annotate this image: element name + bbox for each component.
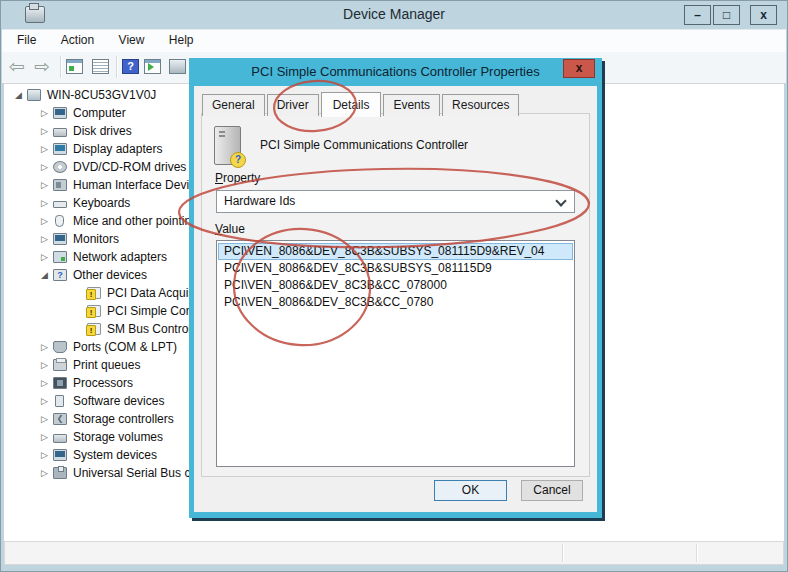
tree-item-label: Monitors	[73, 232, 119, 246]
toolbar-separator	[116, 56, 118, 78]
disk-drive-icon	[53, 128, 67, 137]
tree-item-label: Disk drives	[73, 124, 132, 138]
property-dropdown-value: Hardware Ids	[224, 194, 295, 208]
network-adapter-icon	[53, 251, 67, 263]
value-listbox[interactable]: PCI\VEN_8086&DEV_8C3B&SUBSYS_081115D9&RE…	[216, 240, 575, 467]
expander-icon[interactable]: ▷	[38, 396, 51, 406]
tree-item-label: Universal Serial Bus co	[73, 466, 197, 480]
tree-item-label: Display adapters	[73, 142, 162, 156]
expander-icon[interactable]: ▷	[38, 342, 51, 352]
storage-controller-icon: ❮	[53, 413, 67, 425]
ok-button[interactable]: OK	[434, 480, 507, 501]
tree-item-label: Computer	[73, 106, 126, 120]
close-button[interactable]: x	[750, 5, 777, 25]
value-item[interactable]: PCI\VEN_8086&DEV_8C3B&CC_078000	[218, 277, 573, 294]
system-device-icon	[53, 449, 67, 461]
expander-icon[interactable]: ▷	[38, 450, 51, 460]
expander-icon[interactable]: ▷	[38, 414, 51, 424]
expander-icon[interactable]: ▷	[38, 144, 51, 154]
expander-icon[interactable]: ▷	[38, 198, 51, 208]
maximize-button[interactable]: □	[713, 5, 740, 25]
tree-item-label: Keyboards	[73, 196, 130, 210]
value-item[interactable]: PCI\VEN_8086&DEV_8C3B&SUBSYS_081115D9	[218, 260, 573, 277]
device-manager-window: Device Manager – □ x File Action View He…	[0, 0, 788, 572]
device-name: PCI Simple Communications Controller	[260, 138, 468, 152]
usb-icon	[53, 467, 67, 479]
menu-action[interactable]: Action	[61, 33, 94, 47]
tree-item-label: Ports (COM & LPT)	[73, 340, 177, 354]
value-item[interactable]: PCI\VEN_8086&DEV_8C3B&SUBSYS_081115D9&RE…	[218, 243, 573, 260]
tree-item-label: Print queues	[73, 358, 140, 372]
tree-item-label: Software devices	[73, 394, 164, 408]
menu-help[interactable]: Help	[169, 33, 194, 47]
tab-events[interactable]: Events	[383, 94, 440, 116]
help-icon[interactable]: ?	[122, 59, 139, 74]
expander-icon[interactable]: ◢	[38, 270, 51, 280]
warning-device-icon	[87, 287, 101, 299]
tab-resources[interactable]: Resources	[442, 94, 519, 116]
tree-item-label: Storage controllers	[73, 412, 174, 426]
expander-icon[interactable]: ▷	[38, 108, 51, 118]
tree-item-label: Human Interface Devic	[73, 178, 195, 192]
chevron-down-icon	[555, 195, 566, 206]
expander-icon[interactable]: ▷	[38, 162, 51, 172]
back-icon[interactable]: ⇦	[9, 56, 25, 78]
tab-strip: General Driver Details Events Resources	[202, 91, 521, 116]
expander-icon[interactable]: ▷	[38, 468, 51, 478]
unknown-device-badge-icon: ?	[230, 152, 246, 168]
properties-icon[interactable]	[92, 59, 109, 74]
storage-volume-icon	[53, 434, 67, 443]
computer-icon	[53, 107, 67, 119]
mouse-icon	[55, 215, 64, 227]
tree-item-label: System devices	[73, 448, 157, 462]
server-icon	[27, 89, 41, 101]
menu-view[interactable]: View	[119, 33, 145, 47]
tab-general[interactable]: General	[202, 94, 265, 116]
expander-icon[interactable]: ▷	[38, 432, 51, 442]
expander-icon[interactable]: ▷	[38, 360, 51, 370]
tab-details[interactable]: Details	[321, 92, 382, 117]
window-titlebar: Device Manager – □ x	[1, 1, 787, 29]
tree-item-label: Storage volumes	[73, 430, 163, 444]
warning-device-icon	[87, 305, 101, 317]
expander-icon[interactable]: ▷	[38, 216, 51, 226]
minimize-button[interactable]: –	[684, 5, 711, 25]
keyboard-icon	[53, 201, 67, 208]
device-icon: ?	[214, 126, 241, 165]
console-tree-icon[interactable]	[66, 59, 83, 74]
hid-icon	[53, 179, 67, 191]
property-label: Property	[215, 171, 260, 185]
dialog-close-button[interactable]: x	[563, 59, 595, 78]
show-window-icon[interactable]	[144, 59, 161, 74]
statusbar-separator	[696, 544, 698, 562]
tree-item-label: DVD/CD-ROM drives	[73, 160, 186, 174]
property-dropdown[interactable]: Hardware Ids	[216, 190, 575, 213]
menu-bar: File Action View Help	[2, 29, 786, 53]
scan-hardware-icon[interactable]	[169, 59, 186, 74]
expander-icon[interactable]: ▷	[38, 234, 51, 244]
expander-icon[interactable]: ▷	[38, 378, 51, 388]
window-title: Device Manager	[1, 6, 787, 22]
value-label: Value	[215, 222, 245, 236]
cancel-button[interactable]: Cancel	[521, 480, 583, 501]
dialog-title: PCI Simple Communications Controller Pro…	[189, 58, 602, 86]
expander-icon[interactable]: ◢	[12, 90, 25, 100]
status-bar	[4, 541, 784, 565]
monitor-icon	[53, 233, 67, 245]
toolbar-separator	[60, 56, 62, 78]
expander-icon[interactable]: ▷	[38, 252, 51, 262]
printer-icon	[53, 359, 67, 371]
display-adapter-icon	[53, 143, 67, 155]
menu-file[interactable]: File	[17, 33, 36, 47]
tree-item-label: Processors	[73, 376, 133, 390]
tab-driver[interactable]: Driver	[267, 94, 319, 116]
forward-icon[interactable]: ⇨	[34, 56, 50, 78]
tree-item-label: WIN-8CU53GV1V0J	[47, 88, 156, 102]
expander-icon[interactable]: ▷	[38, 126, 51, 136]
processor-icon	[53, 377, 67, 389]
properties-dialog: PCI Simple Communications Controller Pro…	[189, 58, 602, 518]
expander-icon[interactable]: ▷	[38, 180, 51, 190]
value-item[interactable]: PCI\VEN_8086&DEV_8C3B&CC_0780	[218, 294, 573, 311]
other-devices-icon: ?	[53, 269, 67, 281]
dvd-drive-icon	[53, 161, 67, 173]
